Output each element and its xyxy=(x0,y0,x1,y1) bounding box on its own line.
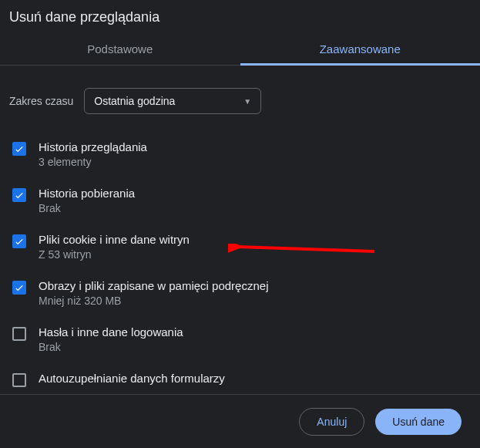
list-item: Historia przeglądania 3 elementy xyxy=(9,131,468,177)
item-subtitle: Z 53 witryn xyxy=(39,248,190,261)
item-subtitle: Brak xyxy=(39,341,183,353)
cancel-button[interactable]: Anuluj xyxy=(299,408,364,436)
checkbox-cookies[interactable] xyxy=(12,234,26,248)
item-title: Historia pobierania xyxy=(39,187,135,200)
clear-data-button[interactable]: Usuń dane xyxy=(375,409,462,435)
list-item: Hasła i inne dane logowania Brak xyxy=(9,316,468,362)
checkbox-download-history[interactable] xyxy=(12,188,26,202)
tab-advanced[interactable]: Zaawansowane xyxy=(240,32,481,65)
item-subtitle: Mniej niż 320 MB xyxy=(39,295,268,307)
dialog-footer: Anuluj Usuń dane xyxy=(0,394,480,448)
check-icon xyxy=(14,282,25,293)
item-title: Hasła i inne dane logowania xyxy=(39,325,183,339)
time-range-label: Zakres czasu xyxy=(9,95,73,107)
dialog-title: Usuń dane przeglądania xyxy=(0,0,480,32)
tab-basic[interactable]: Podstawowe xyxy=(0,32,240,65)
check-icon xyxy=(14,143,25,154)
chevron-down-icon: ▼ xyxy=(243,97,251,106)
item-title: Historia przeglądania xyxy=(39,140,147,153)
tabs: Podstawowe Zaawansowane xyxy=(0,32,480,66)
time-range-row: Zakres czasu Ostatnia godzina ▼ xyxy=(9,88,468,114)
list-item: Historia pobierania Brak xyxy=(9,177,468,224)
list-item: Obrazy i pliki zapisane w pamięci podręc… xyxy=(9,270,468,316)
check-icon xyxy=(14,236,25,247)
item-title: Autouzupełnianie danych formularzy xyxy=(39,372,225,385)
checkbox-autofill[interactable] xyxy=(12,373,26,387)
checkbox-passwords[interactable] xyxy=(12,327,26,341)
checkbox-cached-images[interactable] xyxy=(12,281,26,295)
item-subtitle: Brak xyxy=(39,202,135,214)
time-range-value: Ostatnia godzina xyxy=(94,95,175,107)
item-subtitle: 3 elementy xyxy=(39,156,147,168)
list-item: Autouzupełnianie danych formularzy xyxy=(9,362,468,387)
item-title: Pliki cookie i inne dane witryn xyxy=(39,233,190,246)
list-item: Pliki cookie i inne dane witryn Z 53 wit… xyxy=(9,224,468,270)
check-icon xyxy=(14,190,25,200)
checkbox-browsing-history[interactable] xyxy=(12,142,26,156)
dialog-content: Zakres czasu Ostatnia godzina ▼ Historia… xyxy=(0,74,480,394)
time-range-select[interactable]: Ostatnia godzina ▼ xyxy=(84,88,261,114)
item-title: Obrazy i pliki zapisane w pamięci podręc… xyxy=(39,279,268,292)
